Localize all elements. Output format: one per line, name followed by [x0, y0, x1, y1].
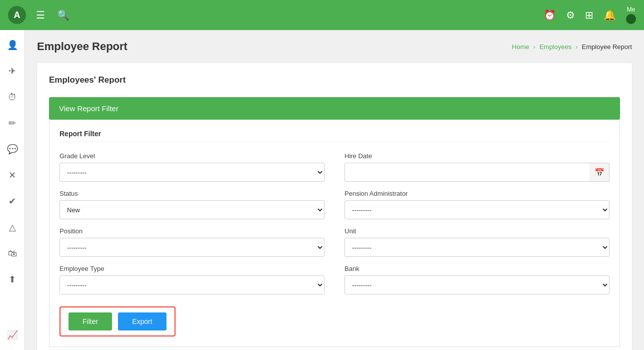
breadcrumb: Home › Employees › Employee Report — [512, 43, 632, 51]
employee-type-select[interactable]: --------- — [60, 275, 324, 294]
search-icon[interactable]: 🔍 — [55, 7, 72, 23]
grade-level-select[interactable]: --------- — [60, 163, 324, 182]
export-button[interactable]: Export — [118, 312, 166, 330]
sidebar-item-upload[interactable]: ⬆ — [4, 270, 22, 288]
sidebar-item-close[interactable]: ✕ — [4, 166, 22, 184]
filter-header-label: View Report Filter — [59, 104, 118, 113]
report-filter-title: Report Filter — [60, 130, 610, 142]
hire-date-group: Hire Date 📅 — [344, 152, 610, 182]
status-label: Status — [60, 190, 324, 197]
breadcrumb-current: Employee Report — [582, 43, 632, 51]
hire-date-label: Hire Date — [344, 152, 610, 160]
grid-icon[interactable]: ⊞ — [585, 9, 594, 21]
status-select[interactable]: New Active Inactive — [60, 200, 324, 219]
sidebar-item-chart[interactable]: 📈 — [4, 326, 22, 344]
hire-date-input-wrapper: 📅 — [344, 163, 610, 182]
status-group: Status New Active Inactive — [60, 190, 324, 219]
card-title: Employees' Report — [49, 75, 620, 85]
user-avatar[interactable]: Me — [626, 6, 636, 24]
page-title: Employee Report — [37, 40, 128, 53]
bank-select[interactable]: --------- — [344, 275, 610, 294]
position-select[interactable]: --------- — [60, 238, 324, 257]
sidebar-item-chat[interactable]: 💬 — [4, 140, 22, 158]
sidebar: 👤 ✈ ⏱ ✏ 💬 ✕ ✔ △ 🛍 ⬆ 📈 — [0, 30, 25, 350]
sidebar-bottom: 📈 — [4, 326, 22, 344]
sidebar-item-check[interactable]: ✔ — [4, 192, 22, 210]
unit-select[interactable]: --------- — [344, 238, 610, 257]
main-card: Employees' Report View Report Filter Rep… — [37, 63, 632, 350]
bank-group: Bank --------- — [344, 265, 610, 294]
report-filter-section: Report Filter Grade Level --------- Hire… — [49, 120, 620, 347]
pension-admin-label: Pension Administrator — [344, 190, 610, 197]
page-header: Employee Report Home › Employees › Emplo… — [37, 40, 632, 53]
sidebar-item-edit[interactable]: ✏ — [4, 114, 22, 132]
employee-type-group: Employee Type --------- — [60, 265, 324, 294]
unit-group: Unit --------- — [344, 227, 610, 257]
employee-type-label: Employee Type — [60, 265, 324, 272]
logo-text: A — [14, 10, 20, 21]
sidebar-item-person[interactable]: 👤 — [4, 36, 22, 54]
bell-icon[interactable]: 🔔 — [604, 9, 616, 21]
position-label: Position — [60, 227, 324, 235]
user-circle — [626, 14, 636, 24]
pension-admin-select[interactable]: --------- — [344, 200, 610, 219]
breadcrumb-home[interactable]: Home — [512, 43, 530, 51]
unit-label: Unit — [344, 227, 610, 235]
hire-date-input[interactable] — [344, 163, 610, 182]
app-logo: A — [8, 6, 26, 24]
bank-label: Bank — [344, 265, 610, 272]
sidebar-item-clock[interactable]: ⏱ — [4, 88, 22, 106]
view-report-filter-header[interactable]: View Report Filter — [49, 97, 620, 120]
user-label: Me — [627, 6, 636, 13]
sidebar-item-bag[interactable]: 🛍 — [4, 244, 22, 262]
top-nav-right: ⏰ ⚙ ⊞ 🔔 Me — [544, 6, 636, 24]
top-navigation: A ☰ 🔍 ⏰ ⚙ ⊞ 🔔 Me — [0, 0, 644, 30]
grade-level-label: Grade Level — [60, 152, 324, 160]
main-layout: 👤 ✈ ⏱ ✏ 💬 ✕ ✔ △ 🛍 ⬆ 📈 Employee Report Ho… — [0, 30, 644, 350]
filter-form-grid: Grade Level --------- Hire Date 📅 — [60, 152, 610, 294]
breadcrumb-sep1: › — [534, 43, 536, 51]
breadcrumb-employees[interactable]: Employees — [540, 43, 572, 51]
content-area: Employee Report Home › Employees › Emplo… — [25, 30, 644, 350]
position-group: Position --------- — [60, 227, 324, 257]
clock-icon[interactable]: ⏰ — [544, 9, 556, 21]
filter-button[interactable]: Filter — [68, 312, 112, 330]
filter-actions: Filter Export — [60, 306, 176, 336]
calendar-icon[interactable]: 📅 — [590, 163, 610, 182]
menu-icon[interactable]: ☰ — [34, 7, 47, 23]
grade-level-group: Grade Level --------- — [60, 152, 324, 182]
sidebar-item-triangle[interactable]: △ — [4, 218, 22, 236]
breadcrumb-sep2: › — [576, 43, 578, 51]
pension-admin-group: Pension Administrator --------- — [344, 190, 610, 219]
sidebar-item-navigation[interactable]: ✈ — [4, 62, 22, 80]
gear-icon[interactable]: ⚙ — [566, 9, 575, 21]
